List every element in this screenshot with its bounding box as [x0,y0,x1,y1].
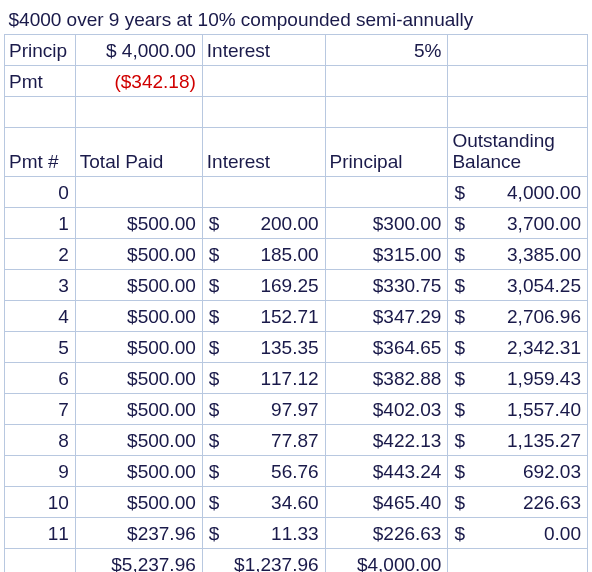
cell-balance: $2,706.96 [448,300,588,331]
header-pmt-num: Pmt # [5,128,76,177]
table-row: 10$500.00$34.60$465.40$226.63 [5,486,588,517]
empty-cell [448,97,588,128]
cell-interest: $152.71 [202,300,325,331]
header-balance: Outstanding Balance [448,128,588,177]
cell-pmt-num: 2 [5,238,76,269]
cell-principal: $330.75 [325,269,448,300]
cell-balance: $3,054.25 [448,269,588,300]
cell-principal: $300.00 [325,207,448,238]
table-row: 7$500.00$97.97$402.03$1,557.40 [5,393,588,424]
cell-total-paid: $500.00 [75,238,202,269]
cell-pmt-num: 8 [5,424,76,455]
cell-pmt-num: 0 [5,176,76,207]
cell-interest: $117.12 [202,362,325,393]
header-interest: Interest [202,128,325,177]
cell-principal: $347.29 [325,300,448,331]
cell-total-paid: $500.00 [75,269,202,300]
title-cell: $4000 over 9 years at 10% compounded sem… [5,4,588,35]
value-interest-rate: 5% [325,35,448,66]
cell-balance: $1,959.43 [448,362,588,393]
table-row: 11$237.96$11.33$226.63$0.00 [5,517,588,548]
empty-cell [325,97,448,128]
table-row: 6$500.00$117.12$382.88$1,959.43 [5,362,588,393]
cell-principal: $402.03 [325,393,448,424]
cell-total-paid: $500.00 [75,331,202,362]
cell-total-paid: $500.00 [75,393,202,424]
cell-interest: $169.25 [202,269,325,300]
cell-pmt-num: 6 [5,362,76,393]
cell-pmt-num: 7 [5,393,76,424]
cell-balance: $4,000.00 [448,176,588,207]
cell-balance: $0.00 [448,517,588,548]
label-pmt: Pmt [5,66,76,97]
cell-principal: $443.24 [325,455,448,486]
cell-interest: $34.60 [202,486,325,517]
value-pmt: ($342.18) [75,66,202,97]
cell-pmt-num: 10 [5,486,76,517]
label-principal: Princip [5,35,76,66]
cell-pmt-num: 4 [5,300,76,331]
cell-pmt-num: 11 [5,517,76,548]
empty-cell [448,35,588,66]
empty-cell [448,66,588,97]
cell-pmt-num: 5 [5,331,76,362]
cell-balance: $2,342.31 [448,331,588,362]
table-row: 1$500.00$200.00$300.00$3,700.00 [5,207,588,238]
cell-principal: $315.00 [325,238,448,269]
cell-total-paid: $237.96 [75,517,202,548]
table-row: 8$500.00$77.87$422.13$1,135.27 [5,424,588,455]
table-row: 5$500.00$135.35$364.65$2,342.31 [5,331,588,362]
cell-pmt-num: 1 [5,207,76,238]
cell-interest: $97.97 [202,393,325,424]
cell-balance: $226.63 [448,486,588,517]
total-interest: $1,237.96 [202,548,325,572]
cell-interest: $135.35 [202,331,325,362]
cell-pmt-num: 3 [5,269,76,300]
cell-interest: $77.87 [202,424,325,455]
cell-interest: $185.00 [202,238,325,269]
empty-cell [5,97,76,128]
empty-cell [448,548,588,572]
cell-balance: $1,557.40 [448,393,588,424]
table-row: 4$500.00$152.71$347.29$2,706.96 [5,300,588,331]
cell-total-paid [75,176,202,207]
cell-interest: $200.00 [202,207,325,238]
label-interest-rate: Interest [202,35,325,66]
table-row: 2$500.00$185.00$315.00$3,385.00 [5,238,588,269]
cell-principal: $364.65 [325,331,448,362]
cell-interest [202,176,325,207]
cell-total-paid: $500.00 [75,207,202,238]
empty-cell [325,66,448,97]
cell-principal: $465.40 [325,486,448,517]
cell-balance: $3,385.00 [448,238,588,269]
total-paid: $5,237.96 [75,548,202,572]
cell-total-paid: $500.00 [75,424,202,455]
amortization-table: $4000 over 9 years at 10% compounded sem… [4,4,588,572]
cell-total-paid: $500.00 [75,455,202,486]
empty-cell [202,66,325,97]
cell-total-paid: $500.00 [75,362,202,393]
empty-cell [202,97,325,128]
table-row: 9$500.00$56.76$443.24$692.03 [5,455,588,486]
empty-cell [5,548,76,572]
total-principal: $4,000.00 [325,548,448,572]
cell-balance: $3,700.00 [448,207,588,238]
cell-principal: $422.13 [325,424,448,455]
cell-principal: $226.63 [325,517,448,548]
header-principal: Principal [325,128,448,177]
cell-interest: $56.76 [202,455,325,486]
cell-total-paid: $500.00 [75,486,202,517]
cell-total-paid: $500.00 [75,300,202,331]
header-total-paid: Total Paid [75,128,202,177]
table-row: 3$500.00$169.25$330.75$3,054.25 [5,269,588,300]
cell-balance: $692.03 [448,455,588,486]
value-principal: $ 4,000.00 [75,35,202,66]
cell-principal: $382.88 [325,362,448,393]
table-row: 0$4,000.00 [5,176,588,207]
cell-interest: $11.33 [202,517,325,548]
cell-principal [325,176,448,207]
cell-pmt-num: 9 [5,455,76,486]
empty-cell [75,97,202,128]
cell-balance: $1,135.27 [448,424,588,455]
